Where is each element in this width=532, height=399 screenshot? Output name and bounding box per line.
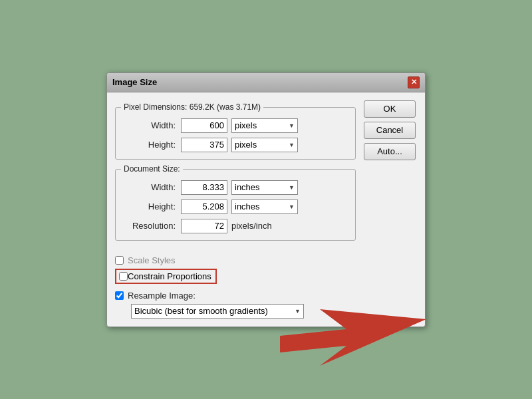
pixel-width-row: Width: pixels percent <box>122 118 348 133</box>
pixel-dimensions-group: Pixel Dimensions: 659.2K (was 3.71M) Wid… <box>115 107 356 160</box>
resample-method-select[interactable]: Bicubic (best for smooth gradients) Near… <box>131 304 304 319</box>
pixel-height-unit-wrapper: pixels percent <box>231 138 298 152</box>
document-size-title: Document Size: <box>121 164 183 174</box>
pixel-dimensions-title: Pixel Dimensions: 659.2K (was 3.71M) <box>121 102 263 112</box>
scale-styles-label: Scale Styles <box>128 255 176 265</box>
doc-height-unit-wrapper: inches cm mm points picas percent <box>231 200 298 214</box>
resample-row: Resample Image: <box>115 291 417 301</box>
constrain-checkbox[interactable] <box>119 272 128 281</box>
pixel-height-label: Height: <box>122 140 176 150</box>
document-size-group: Document Size: Width: inches cm mm point… <box>115 169 356 241</box>
doc-height-input[interactable] <box>181 200 227 214</box>
right-section: OK Cancel Auto... <box>364 100 417 247</box>
resample-select-wrapper: Bicubic (best for smooth gradients) Near… <box>131 304 304 319</box>
resample-label: Resample Image: <box>128 291 196 301</box>
dialog-title: Image Size <box>112 77 157 87</box>
pixel-width-unit-wrapper: pixels percent <box>231 118 298 133</box>
doc-height-unit-select[interactable]: inches cm mm points picas percent <box>231 200 298 214</box>
doc-height-row: Height: inches cm mm points picas percen… <box>122 200 348 214</box>
bottom-section: Scale Styles Constrain Proportions Resam… <box>107 255 425 327</box>
auto-button[interactable]: Auto... <box>364 143 416 160</box>
pixel-height-input[interactable] <box>181 138 227 152</box>
doc-width-input[interactable] <box>181 180 227 195</box>
doc-width-label: Width: <box>122 182 176 192</box>
doc-resolution-label: Resolution: <box>122 221 176 231</box>
pixel-width-input[interactable] <box>181 118 227 133</box>
scale-styles-checkbox[interactable] <box>115 256 124 265</box>
resample-select-container: Bicubic (best for smooth gradients) Near… <box>128 304 417 319</box>
cancel-button[interactable]: Cancel <box>364 122 416 139</box>
doc-width-unit-select[interactable]: inches cm mm points picas percent <box>231 180 298 195</box>
pixel-height-row: Height: pixels percent <box>122 138 348 152</box>
doc-height-label: Height: <box>122 201 176 211</box>
image-size-dialog: Image Size ✕ Pixel Dimensions: 659.2K (w… <box>106 72 426 327</box>
doc-resolution-row: Resolution: pixels/inch <box>122 219 348 233</box>
doc-width-unit-wrapper: inches cm mm points picas percent <box>231 180 298 195</box>
doc-width-row: Width: inches cm mm points picas percent <box>122 180 348 195</box>
left-section: Pixel Dimensions: 659.2K (was 3.71M) Wid… <box>115 100 356 247</box>
doc-resolution-input[interactable] <box>181 219 227 233</box>
pixel-height-unit-select[interactable]: pixels percent <box>231 138 298 152</box>
constrain-proportions-row: Constrain Proportions <box>115 269 217 284</box>
close-button[interactable]: ✕ <box>408 76 420 88</box>
scale-styles-row: Scale Styles <box>115 255 417 265</box>
constrain-row-wrapper: Constrain Proportions <box>115 269 417 287</box>
title-bar: Image Size ✕ <box>107 73 425 92</box>
resample-checkbox[interactable] <box>115 291 124 300</box>
pixel-width-unit-select[interactable]: pixels percent <box>231 118 298 133</box>
resolution-unit-label: pixels/inch <box>231 221 272 231</box>
ok-button[interactable]: OK <box>364 100 416 118</box>
pixel-width-label: Width: <box>122 120 176 130</box>
constrain-label: Constrain Proportions <box>128 271 211 281</box>
dialog-body: Pixel Dimensions: 659.2K (was 3.71M) Wid… <box>107 92 425 255</box>
